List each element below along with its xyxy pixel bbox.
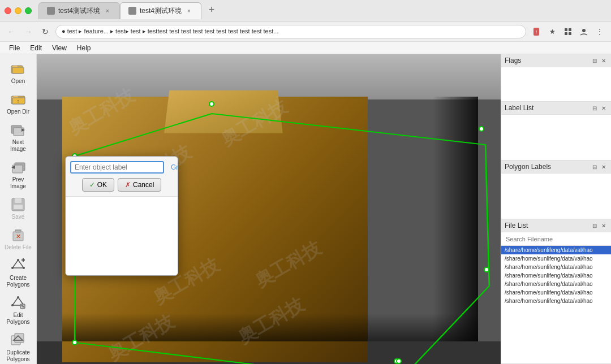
dialog-input-row: Group ID [66, 157, 178, 176]
tab-close-0[interactable]: × [104, 7, 111, 15]
svg-rect-19 [15, 198, 21, 203]
prev-image-label: Prev Image [4, 176, 33, 190]
tab-0[interactable]: test4测试环境 × [38, 2, 120, 19]
flags-settings-icon[interactable]: ⊟ [591, 57, 599, 64]
svg-rect-4 [565, 32, 567, 35]
cancel-cross-icon: ✗ [125, 181, 131, 189]
file-list-title: File List [505, 222, 528, 229]
flags-content [501, 67, 611, 101]
polygon-labels-section: Polygon Labels ⊟ ✕ [501, 161, 611, 219]
sidebar-duplicate-polygons[interactable]: Duplicate Polygons [3, 330, 34, 364]
tab-close-1[interactable]: × [185, 7, 193, 15]
next-image-label: Next Image [4, 139, 33, 153]
label-dialog: Group ID ✓ OK ✗ Cancel [65, 156, 178, 276]
sidebar-create-polygons[interactable]: Create Polygons [3, 255, 34, 291]
sidebar-delete-file: ✕ Delete File [3, 225, 34, 253]
polygon-labels-header: Polygon Labels ⊟ ✕ [501, 161, 611, 174]
menu-edit[interactable]: Edit [25, 43, 46, 53]
tab-1[interactable]: test4测试环境 × [120, 2, 201, 19]
svg-point-6 [582, 29, 586, 32]
sidebar-next-image[interactable]: Next Image [3, 120, 34, 155]
cancel-button[interactable]: ✗ Cancel [118, 178, 161, 192]
open-icon [10, 61, 26, 77]
svg-point-27 [23, 267, 25, 269]
back-button[interactable]: ← [5, 25, 18, 38]
flags-close-icon[interactable]: ✕ [600, 57, 608, 64]
file-item[interactable]: /share/home/sunlifeng/data/val/hao [501, 280, 611, 288]
label-list-settings-icon[interactable]: ⊟ [591, 104, 599, 112]
svg-text:↑: ↑ [17, 98, 20, 104]
label-list-close-icon[interactable]: ✕ [600, 104, 608, 112]
polygon-labels-controls: ⊟ ✕ [591, 163, 608, 171]
close-button[interactable] [5, 7, 11, 14]
canvas-area: 奥工科技 奥工科技 奥工科技 奥工科技 奥工科技 奥工科技 奥工科技 奥工科技 … [37, 54, 501, 364]
menu-file[interactable]: File [5, 43, 24, 53]
svg-text:✕: ✕ [16, 233, 21, 240]
file-list-controls: ⊟ ✕ [591, 222, 608, 229]
sidebar: Open ↑ Open Dir Next Image Prev Image Sa… [0, 54, 37, 364]
file-search-input[interactable] [501, 232, 611, 246]
shield-icon[interactable]: ! [530, 25, 543, 38]
menu-help[interactable]: Help [72, 43, 96, 53]
svg-point-34 [11, 304, 14, 306]
new-tab-button[interactable]: + [204, 2, 220, 18]
minimize-button[interactable] [15, 7, 21, 14]
svg-text:!: ! [536, 29, 537, 34]
file-list-header: File List ⊟ ✕ [501, 219, 611, 232]
file-list-close-icon[interactable]: ✕ [600, 222, 608, 229]
file-item[interactable]: /share/home/sunlifeng/data/val/hao [501, 271, 611, 280]
vertex-6[interactable] [72, 340, 78, 345]
title-bar: test4测试环境 × test4测试环境 × + [0, 0, 611, 21]
next-image-icon [10, 122, 26, 138]
file-item[interactable]: /share/home/sunlifeng/data/val/hao [501, 288, 611, 297]
file-list-content: /share/home/sunlifeng/data/val/hao/share… [501, 246, 611, 363]
label-list-content [501, 115, 611, 160]
star-icon[interactable]: ★ [545, 25, 559, 38]
menu-dots-icon[interactable]: ⋮ [593, 25, 606, 38]
svg-rect-2 [565, 28, 567, 31]
flags-controls: ⊟ ✕ [591, 57, 608, 64]
polygon-labels-settings-icon[interactable]: ⊟ [591, 163, 599, 171]
extensions-icon[interactable] [561, 25, 575, 38]
vertex-4[interactable] [484, 267, 489, 272]
profile-icon[interactable] [577, 25, 591, 38]
file-item[interactable]: /share/home/sunlifeng/data/val/hao [501, 254, 611, 263]
sidebar-edit-polygons[interactable]: ✎ Edit Polygons [3, 293, 34, 328]
menu-view[interactable]: View [48, 43, 71, 53]
url-text: ● test ▸ feature... ▸ test▸ test ▸ testt… [62, 28, 278, 35]
label-list-title: Label List [505, 104, 533, 112]
label-list-header: Label List ⊟ ✕ [501, 102, 611, 115]
ok-button[interactable]: ✓ OK [82, 178, 114, 192]
open-dir-label: Open Dir [7, 109, 29, 115]
dialog-label-list[interactable] [66, 196, 178, 275]
dialog-buttons: ✓ OK ✗ Cancel [66, 176, 178, 196]
sidebar-open-dir[interactable]: ↑ Open Dir [3, 89, 34, 118]
object-label-input[interactable] [70, 161, 164, 174]
delete-file-icon: ✕ [10, 227, 26, 243]
file-list-settings-icon[interactable]: ⊟ [591, 222, 599, 229]
reload-button[interactable]: ↻ [38, 25, 52, 38]
vertex-3[interactable] [479, 126, 484, 132]
sidebar-prev-image[interactable]: Prev Image [3, 157, 34, 192]
main-area: Open ↑ Open Dir Next Image Prev Image Sa… [0, 54, 611, 364]
vertex-hidden[interactable] [396, 358, 402, 364]
file-item[interactable]: /share/home/sunlifeng/data/val/hao [501, 246, 611, 254]
toolbar-icons: ! ★ ⋮ [530, 25, 606, 38]
save-icon [10, 197, 26, 213]
url-bar[interactable]: ● test ▸ feature... ▸ test▸ test ▸ testt… [55, 25, 526, 38]
duplicate-polygons-label: Duplicate Polygons [4, 349, 33, 363]
svg-point-28 [11, 267, 14, 269]
duplicate-polygons-icon [10, 332, 26, 348]
polygon-labels-close-icon[interactable]: ✕ [600, 163, 608, 171]
create-polygons-label: Create Polygons [4, 275, 33, 288]
sidebar-open[interactable]: Open [3, 59, 34, 87]
menu-bar: File Edit View Help [0, 42, 611, 54]
ok-check-icon: ✓ [89, 181, 95, 189]
vertex-2[interactable] [209, 101, 214, 107]
forward-button[interactable]: → [21, 25, 35, 38]
file-item[interactable]: /share/home/sunlifeng/data/val/hao [501, 297, 611, 305]
flags-section: Flags ⊟ ✕ [501, 54, 611, 102]
group-id-label[interactable]: Group ID [166, 161, 178, 174]
file-item[interactable]: /share/home/sunlifeng/data/val/hao [501, 263, 611, 271]
maximize-button[interactable] [25, 7, 32, 14]
